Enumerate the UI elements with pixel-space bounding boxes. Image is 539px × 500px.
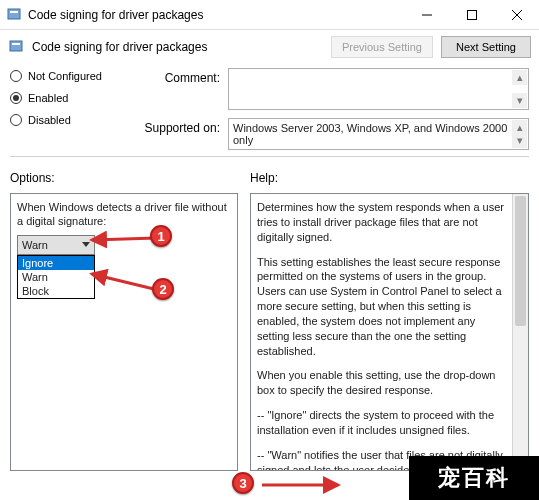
scroll-down-icon[interactable]: ▾ [512,93,527,108]
dropdown-list: Ignore Warn Block [17,255,95,299]
comment-field[interactable]: ▴ ▾ [228,68,529,110]
svg-rect-0 [8,9,20,19]
dropdown-item-warn[interactable]: Warn [18,270,94,284]
divider [10,156,529,157]
help-scrollbar[interactable] [512,194,528,470]
supported-value: Windows Server 2003, Windows XP, and Win… [229,119,528,149]
app-icon [6,7,22,23]
help-text: Determines how the system responds when … [251,194,528,471]
dropdown-item-block[interactable]: Block [18,284,94,298]
radio-icon [10,92,22,104]
minimize-button[interactable] [404,0,449,30]
scroll-up-icon[interactable]: ▴ [512,70,527,85]
options-prompt: When Windows detects a driver file witho… [17,200,231,229]
chevron-down-icon [82,242,90,247]
svg-rect-1 [10,11,18,13]
window-title: Code signing for driver packages [28,8,404,22]
annotation-marker-3: 3 [232,472,254,494]
comment-value [229,69,528,75]
radio-disabled[interactable]: Disabled [10,114,128,126]
signature-action-dropdown[interactable]: Warn [17,235,95,255]
maximize-button[interactable] [449,0,494,30]
options-heading: Options: [10,171,238,185]
dropdown-item-ignore[interactable]: Ignore [18,256,94,270]
svg-rect-7 [12,43,20,45]
radio-icon [10,70,22,82]
supported-label: Supported on: [128,118,228,150]
dropdown-value: Warn [22,239,48,251]
help-panel: Determines how the system responds when … [250,193,529,471]
annotation-marker-1: 1 [150,225,172,247]
scroll-down-icon[interactable]: ▾ [512,133,527,148]
svg-rect-6 [10,41,22,51]
supported-field: Windows Server 2003, Windows XP, and Win… [228,118,529,150]
help-heading: Help: [250,171,529,185]
comment-label: Comment: [128,68,228,110]
close-button[interactable] [494,0,539,30]
previous-setting-button[interactable]: Previous Setting [331,36,433,58]
radio-icon [10,114,22,126]
annotation-marker-2: 2 [152,278,174,300]
radio-not-configured[interactable]: Not Configured [10,70,128,82]
next-setting-button[interactable]: Next Setting [441,36,531,58]
svg-rect-3 [467,10,476,19]
watermark: 宠百科 [409,456,539,500]
policy-icon [8,39,24,55]
radio-enabled[interactable]: Enabled [10,92,128,104]
policy-subtitle: Code signing for driver packages [32,40,323,54]
options-panel: When Windows detects a driver file witho… [10,193,238,471]
